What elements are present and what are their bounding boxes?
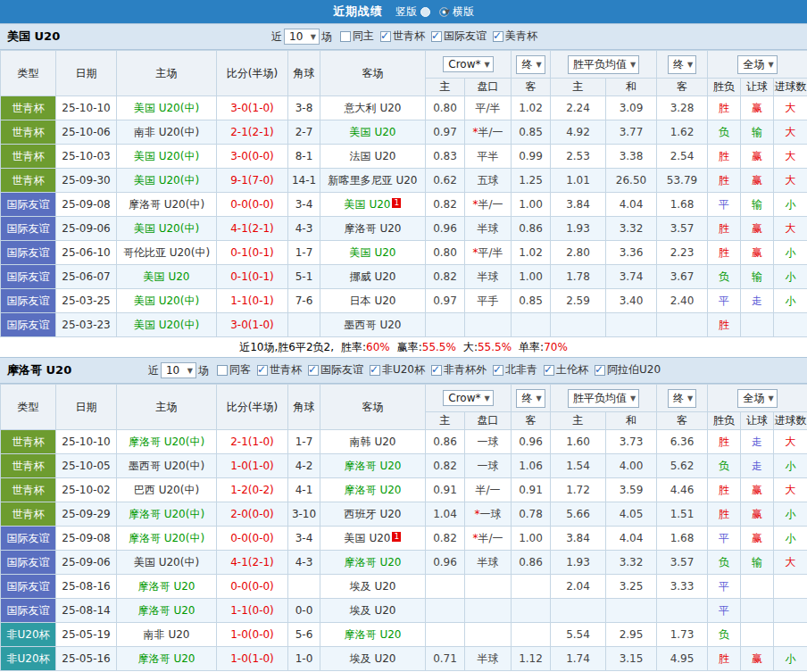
match-score: 1-0(0-0)	[217, 623, 288, 647]
bookmaker-select[interactable]: Crow*	[443, 56, 493, 72]
corners: 3-10	[288, 502, 320, 527]
home-odds: 1.04	[426, 502, 465, 527]
corners: 3-4	[288, 527, 320, 551]
checkbox-icon[interactable]	[493, 365, 503, 376]
match-date: 25-08-16	[56, 575, 117, 599]
home-team: 美国 U20	[117, 265, 217, 289]
layout-radio-group: 竖版 横版	[395, 4, 474, 20]
handicap: 半球	[465, 217, 512, 241]
filter-option[interactable]: 美青杯	[493, 29, 537, 44]
filter-option[interactable]: 世青杯	[257, 362, 302, 377]
filter-option[interactable]: 北非青	[493, 362, 537, 377]
checkbox-icon[interactable]	[544, 365, 554, 376]
filter-option[interactable]: 国际友谊	[431, 29, 487, 44]
col-score: 比分(半场)	[217, 385, 288, 430]
checkbox-icon[interactable]	[340, 31, 351, 42]
checkbox-icon[interactable]	[380, 31, 391, 42]
away-team: 埃及 U20	[320, 599, 426, 623]
bookmaker-select[interactable]: Crow*	[443, 390, 493, 406]
result-wdl: 负	[708, 454, 741, 478]
result-wdl: 负	[708, 120, 741, 145]
corners: 5-1	[288, 265, 320, 289]
match-date: 25-06-10	[56, 241, 117, 265]
home-team: 摩洛哥 U20(中)	[117, 527, 217, 551]
full-match-value: 全场	[743, 57, 764, 72]
filter-option[interactable]: 同客	[217, 362, 251, 377]
result-handicap: 赢	[741, 647, 774, 671]
filter-option[interactable]: 非U20杯	[370, 362, 425, 377]
checkbox-icon[interactable]	[370, 365, 380, 376]
eu-away-odds: 4.46	[657, 478, 708, 502]
away-odds	[512, 575, 551, 599]
match-score: 1-0(1-0)	[217, 647, 288, 671]
checkbox-icon[interactable]	[308, 365, 319, 376]
europe-odds-select[interactable]: 胜平负均值	[568, 55, 639, 74]
filter-option[interactable]: 世青杯	[380, 29, 425, 44]
full-match-select[interactable]: 全场	[737, 389, 777, 408]
filter-option[interactable]: 土伦杯	[544, 362, 588, 377]
eu-home-odds: 5.54	[551, 623, 606, 647]
radio-unselected-icon[interactable]	[420, 7, 430, 17]
match-type: 国际友谊	[1, 241, 56, 265]
col-away: 客场	[320, 51, 426, 96]
filter-near-label: 近	[271, 29, 282, 45]
away-odds: 0.99	[512, 145, 551, 169]
filter-games-label: 场	[321, 29, 332, 45]
match-type: 国际友谊	[1, 265, 56, 289]
eu-home-odds: 1.60	[551, 430, 606, 454]
checkbox-icon[interactable]	[431, 365, 442, 376]
checkbox-icon[interactable]	[595, 365, 605, 376]
final-select-cell: 终	[512, 51, 551, 79]
filter-option[interactable]: 非青杯外	[431, 362, 487, 377]
eu-draw-odds: 2.95	[606, 623, 657, 647]
recent-count-select[interactable]: 10	[161, 362, 196, 378]
checkbox-icon[interactable]	[217, 365, 228, 376]
match-score: 2-1(2-1)	[217, 120, 288, 145]
result-wdl: 胜	[708, 96, 741, 120]
match-date: 25-10-05	[56, 454, 117, 478]
radio-selected-icon[interactable]	[439, 7, 449, 17]
home-odds: 0.62	[426, 169, 465, 193]
europe-stage-select[interactable]: 终	[668, 55, 696, 74]
away-handicap-star: *	[475, 508, 480, 520]
result-wdl: 胜	[708, 169, 741, 193]
away-odds: 1.06	[512, 454, 551, 478]
recent-count-select[interactable]: 10	[284, 29, 320, 45]
odds-stage-select[interactable]: 终	[516, 55, 545, 74]
handicap: 平/半	[465, 96, 512, 120]
home-team: 美国 U20(中)	[117, 551, 217, 575]
away-odds: 0.91	[512, 478, 551, 502]
result-wdl: 胜	[708, 313, 741, 337]
home-team: 摩洛哥 U20(中)	[117, 430, 217, 454]
europe-odds-select[interactable]: 胜平负均值	[568, 389, 639, 408]
layout-horizontal-radio[interactable]: 横版	[439, 4, 474, 20]
odds-stage-select[interactable]: 终	[516, 389, 545, 408]
match-date: 25-10-06	[56, 120, 117, 145]
corners: 1-7	[288, 430, 320, 454]
final-select2-cell: 终	[657, 385, 708, 412]
crow-select-cell: Crow*	[426, 51, 512, 79]
handicap	[465, 575, 512, 599]
checkbox-icon[interactable]	[257, 365, 268, 376]
checkbox-icon[interactable]	[493, 31, 503, 42]
checkbox-icon[interactable]	[431, 31, 442, 42]
red-card-badge: 1	[392, 198, 401, 208]
handicap: *半/一	[465, 120, 512, 145]
eu-draw-odds: 4.04	[606, 193, 657, 217]
filter-checkboxes: 同客世青杯国际友谊非U20杯非青杯外北非青土伦杯阿拉伯U20	[211, 362, 661, 378]
result-goals	[774, 313, 807, 337]
filter-option[interactable]: 国际友谊	[308, 362, 363, 377]
full-match-select[interactable]: 全场	[737, 55, 777, 74]
away-handicap-star: *	[472, 198, 478, 211]
col-eu-draw: 和	[606, 79, 657, 96]
eu-home-odds: 2.53	[551, 145, 606, 169]
europe-stage-select[interactable]: 终	[668, 389, 696, 408]
filter-option[interactable]: 同主	[340, 29, 374, 44]
match-score: 0-1(0-1)	[217, 241, 288, 265]
match-score: 3-0(0-0)	[217, 145, 288, 169]
away-odds: 1.00	[512, 265, 551, 289]
result-goals: 小	[774, 647, 807, 671]
layout-vertical-radio[interactable]: 竖版	[395, 4, 430, 20]
europe-odds-value: 胜平负均值	[573, 57, 627, 72]
filter-option[interactable]: 阿拉伯U20	[595, 362, 661, 377]
